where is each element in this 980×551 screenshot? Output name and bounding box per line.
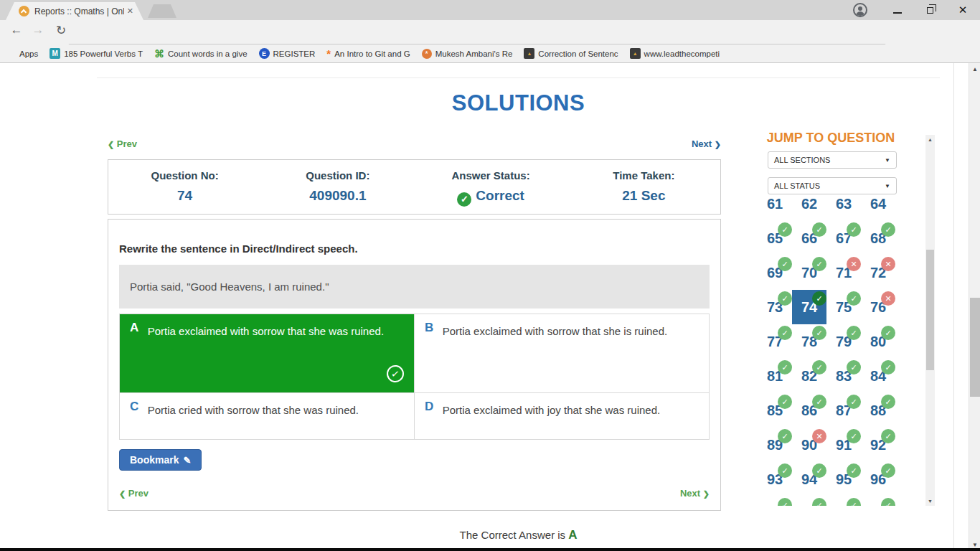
back-icon[interactable]: ← <box>7 23 26 37</box>
window-scrollbar[interactable]: ▲ ▼ <box>969 63 980 551</box>
question-grid-cell[interactable]: 81✓ <box>758 359 792 393</box>
tab-close-icon[interactable]: ✕ <box>127 6 133 16</box>
question-grid-cell[interactable]: 69✓ <box>758 255 792 290</box>
jump-to-question-heading: JUMP TO QUESTION <box>760 131 901 146</box>
prev-link[interactable]: ❮ Prev <box>108 138 137 149</box>
bookmark-item[interactable]: * Mukesh Ambani's Re <box>422 49 513 59</box>
scroll-up-icon[interactable]: ▲ <box>969 66 980 72</box>
next-link[interactable]: Next ❯ <box>692 138 721 149</box>
question-no-field: Question No: 74 <box>108 160 261 214</box>
question-grid-cell[interactable]: 88✓ <box>861 393 895 428</box>
scroll-down-icon[interactable]: ▼ <box>969 542 980 548</box>
option-d[interactable]: D Portia exclaimed with joy that she was… <box>415 393 710 440</box>
scrollbar-thumb[interactable] <box>970 298 980 397</box>
wrong-answer-icon: ✕ <box>812 429 826 443</box>
bookmark-item[interactable]: E REGISTER <box>259 48 316 59</box>
question-grid-cell[interactable]: 62 <box>792 195 826 221</box>
question-grid-cell[interactable]: 95✓ <box>826 462 861 496</box>
question-grid-cell[interactable]: 63 <box>826 195 861 221</box>
question-grid-cell[interactable]: 73✓ <box>758 290 792 324</box>
tower-icon: ▲ <box>630 48 641 59</box>
correct-status-icon: ✓ <box>457 192 471 207</box>
correct-answer-icon: ✓ <box>812 498 826 506</box>
question-grid-cell[interactable]: 77✓ <box>758 324 792 359</box>
close-window-button[interactable]: ✕ <box>952 0 974 20</box>
question-grid-cell[interactable]: 64 <box>861 195 895 221</box>
question-grid-cell[interactable]: 84✓ <box>861 359 895 393</box>
bookmark-item[interactable]: ⌘ Count words in a give <box>154 48 248 60</box>
question-grid-cell[interactable]: 76✕ <box>861 290 895 324</box>
question-grid-cell[interactable]: 65✓ <box>758 221 792 255</box>
question-grid-cell[interactable]: 68✓ <box>861 221 895 255</box>
option-b[interactable]: B Portia exclaimed with sorrow that she … <box>415 314 710 393</box>
scroll-down-icon[interactable]: ▼ <box>925 499 935 504</box>
question-grid-cell[interactable]: 92✓ <box>861 428 895 462</box>
question-grid-cell[interactable]: 87✓ <box>826 393 861 428</box>
new-tab-button[interactable] <box>148 4 176 18</box>
bookmark-item[interactable]: * An Intro to Git and G <box>326 47 410 60</box>
bookmark-button[interactable]: Bookmark✎ <box>119 449 202 471</box>
answer-status-field: Answer Status: ✓Correct <box>415 160 567 214</box>
question-card: Rewrite the sentence in Direct/Indirect … <box>108 219 721 511</box>
question-grid-cell[interactable]: ✓ <box>792 496 826 506</box>
correct-answer-icon: ✓ <box>881 395 895 409</box>
qmaths-favicon <box>19 6 29 17</box>
question-grid-cell[interactable]: 72✕ <box>861 255 895 290</box>
status-filter-select[interactable]: ALL STATUS ▼ <box>768 177 897 194</box>
scroll-up-icon[interactable]: ▲ <box>925 137 935 142</box>
question-number: 61 <box>767 196 783 212</box>
question-grid-cell[interactable]: 86✓ <box>792 393 826 428</box>
question-grid-cell[interactable]: ✓ <box>861 496 895 506</box>
question-grid: 6162636465✓66✓67✓68✓69✓70✓71✕72✕73✓74✓75… <box>758 195 898 506</box>
question-grid-cell[interactable]: 94✓ <box>792 462 826 496</box>
question-grid-cell[interactable]: 61 <box>758 195 792 221</box>
chevron-left-icon: ❮ <box>108 140 114 149</box>
correct-answer-icon: ✓ <box>881 463 895 478</box>
question-info-card: Question No: 74 Question ID: 409090.1 An… <box>108 159 721 215</box>
question-grid-cell[interactable]: 80✓ <box>861 324 895 359</box>
correct-answer-icon: ✓ <box>847 291 861 306</box>
question-grid-cell[interactable]: 74✓ <box>792 290 826 324</box>
next-link[interactable]: Next ❯ <box>680 488 710 499</box>
register-e-icon: E <box>259 48 270 59</box>
question-grid-cell[interactable]: ✓ <box>826 496 861 506</box>
forward-icon[interactable]: → <box>29 23 47 37</box>
question-grid-cell[interactable]: 71✕ <box>826 255 861 290</box>
correct-answer-icon: ✓ <box>812 257 826 271</box>
question-grid-cell[interactable]: 66✓ <box>792 221 826 255</box>
reload-icon[interactable]: ↻ <box>52 23 70 38</box>
question-grid-cell[interactable]: 75✓ <box>826 290 861 324</box>
bookmark-item[interactable]: M 185 Powerful Verbs T <box>50 48 143 59</box>
question-grid-cell[interactable]: 70✓ <box>792 255 826 290</box>
bookmark-item[interactable]: ▲ Correction of Sentenc <box>524 48 618 59</box>
wrong-answer-icon: ✕ <box>881 291 895 306</box>
option-c[interactable]: C Portia cried with sorrow that she was … <box>120 393 415 440</box>
question-grid-cell[interactable]: 89✓ <box>758 428 792 462</box>
question-grid-cell[interactable]: 91✓ <box>826 428 861 462</box>
scrollbar-thumb[interactable] <box>926 250 934 370</box>
question-id-field: Question ID: 409090.1 <box>261 160 414 214</box>
question-grid-cell[interactable]: 83✓ <box>826 359 861 393</box>
sidebar-scrollbar[interactable]: ▲ ▼ <box>925 135 935 506</box>
tab-strip: Reports :: Qmaths | Onlin ✕ ✕ <box>0 0 980 20</box>
bookmark-item[interactable]: ▲ www.leadthecompeti <box>630 48 720 59</box>
question-grid-cell[interactable]: 79✓ <box>826 324 861 359</box>
question-grid-cell[interactable]: 78✓ <box>792 324 826 359</box>
prev-link[interactable]: ❮ Prev <box>119 488 149 499</box>
restore-button[interactable] <box>919 0 941 20</box>
option-a[interactable]: A Portia exclaimed with sorrow that she … <box>120 314 415 393</box>
question-grid-cell[interactable]: 96✓ <box>861 462 895 496</box>
sections-filter-select[interactable]: ALL SECTIONS ▼ <box>768 151 897 169</box>
question-grid-cell[interactable]: ✓ <box>758 496 792 506</box>
page-title: SOLUTIONS <box>97 90 940 116</box>
question-grid-cell[interactable]: 85✓ <box>758 393 792 428</box>
apps-shortcut[interactable]: Apps <box>6 49 38 59</box>
question-grid-cell[interactable]: 93✓ <box>758 462 792 496</box>
profile-icon[interactable] <box>851 0 870 20</box>
question-grid-cell[interactable]: 90✕ <box>792 428 826 462</box>
question-grid-cell[interactable]: 67✓ <box>826 221 861 255</box>
browser-tab[interactable]: Reports :: Qmaths | Onlin ✕ <box>6 2 143 20</box>
correct-answer-line: The Correct Answer isA <box>97 528 940 542</box>
question-grid-cell[interactable]: 82✓ <box>792 359 826 393</box>
minimize-button[interactable] <box>887 0 908 20</box>
